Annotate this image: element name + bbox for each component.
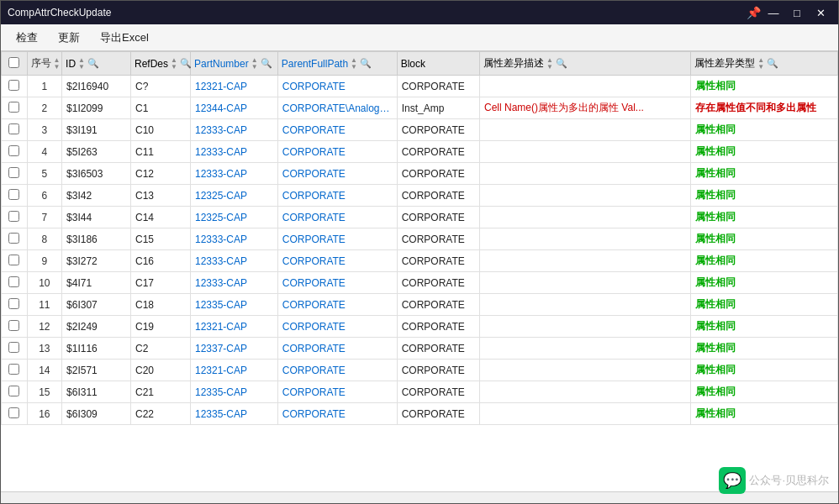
row-block-3: CORPORATE: [397, 141, 479, 163]
row-refdes-12: C2: [130, 338, 190, 360]
minimize-button[interactable]: —: [762, 4, 784, 21]
row-block-6: CORPORATE: [397, 207, 479, 228]
row-attrtype-10: 属性相同: [691, 294, 838, 316]
row-partnum-12: 12337-CAP: [190, 338, 277, 360]
title-bar-left: CompAttrCheckUpdate: [8, 7, 111, 18]
row-attrtype-13: 属性相同: [691, 360, 838, 381]
row-check-5[interactable]: [2, 185, 28, 207]
row-id-12: $1I116: [62, 338, 131, 360]
close-button[interactable]: ✕: [810, 4, 831, 21]
row-check-14[interactable]: [2, 381, 28, 403]
menu-update[interactable]: 更新: [50, 27, 88, 49]
row-partnum-9: 12333-CAP: [190, 272, 277, 294]
table-row: 7 $3I44 C14 12325-CAP CORPORATE CORPORAT…: [2, 207, 838, 228]
row-seq-7: 8: [27, 228, 62, 250]
pin-icon[interactable]: 📌: [747, 6, 761, 19]
row-refdes-5: C13: [130, 185, 190, 207]
row-block-12: CORPORATE: [397, 338, 479, 360]
row-partnum-6: 12325-CAP: [190, 207, 277, 228]
row-id-2: $3I191: [62, 119, 131, 141]
sort-icon-attrdiff[interactable]: ▲▼: [546, 57, 553, 71]
col-header-attrtype: 属性差异类型 ▲▼ 🔍: [691, 52, 838, 76]
row-refdes-11: C19: [130, 316, 190, 338]
search-icon-parentfull[interactable]: 🔍: [360, 58, 372, 69]
row-refdes-0: C?: [130, 76, 190, 97]
row-check-3[interactable]: [2, 141, 28, 163]
row-parentfull-3: CORPORATE: [277, 141, 397, 163]
row-seq-13: 14: [27, 360, 62, 381]
window-title: CompAttrCheckUpdate: [8, 7, 111, 18]
row-check-0[interactable]: [2, 76, 28, 97]
row-id-13: $2I571: [62, 360, 131, 381]
row-refdes-6: C14: [130, 207, 190, 228]
table-wrapper[interactable]: 序号 ▲▼ ID ▲▼ 🔍: [1, 51, 838, 491]
row-check-7[interactable]: [2, 228, 28, 250]
row-seq-3: 4: [27, 141, 62, 163]
horizontal-scrollbar[interactable]: [1, 491, 838, 503]
col-header-seq: 序号 ▲▼: [27, 52, 62, 76]
row-check-6[interactable]: [2, 207, 28, 228]
row-attrtype-15: 属性相同: [691, 403, 838, 425]
table-row: 1 $2I16940 C? 12321-CAP CORPORATE CORPOR…: [2, 76, 838, 97]
row-block-1: Inst_Amp: [397, 97, 479, 119]
row-partnum-4: 12333-CAP: [190, 163, 277, 185]
menu-check[interactable]: 检查: [8, 27, 46, 49]
select-all-checkbox[interactable]: [8, 57, 19, 68]
table-row: 5 $3I6503 C12 12333-CAP CORPORATE CORPOR…: [2, 163, 838, 185]
row-check-8[interactable]: [2, 250, 28, 272]
sort-icon-refdes[interactable]: ▲▼: [171, 57, 177, 71]
title-bar: CompAttrCheckUpdate 📌 — □ ✕: [1, 1, 838, 24]
row-id-14: $6I311: [62, 381, 131, 403]
row-refdes-4: C12: [130, 163, 190, 185]
row-seq-12: 13: [27, 338, 62, 360]
row-block-0: CORPORATE: [397, 76, 479, 97]
row-seq-6: 7: [27, 207, 62, 228]
row-id-4: $3I6503: [62, 163, 131, 185]
table-row: 14 $2I571 C20 12321-CAP CORPORATE CORPOR…: [2, 360, 838, 381]
row-check-4[interactable]: [2, 163, 28, 185]
row-attrdiff-1: Cell Name()属性为多出的属性 Val...: [480, 97, 691, 119]
row-check-10[interactable]: [2, 294, 28, 316]
row-seq-14: 15: [27, 381, 62, 403]
menu-export-excel[interactable]: 导出Excel: [92, 27, 157, 49]
sort-icon-attrtype[interactable]: ▲▼: [757, 57, 764, 71]
row-refdes-2: C10: [130, 119, 190, 141]
table-row: 10 $4I71 C17 12333-CAP CORPORATE CORPORA…: [2, 272, 838, 294]
row-check-9[interactable]: [2, 272, 28, 294]
row-partnum-1: 12344-CAP: [190, 97, 277, 119]
row-check-1[interactable]: [2, 97, 28, 119]
col-header-refdes: RefDes ▲▼ 🔍: [130, 52, 190, 76]
sort-icon-seq[interactable]: ▲▼: [54, 57, 61, 71]
sort-icon-partnum[interactable]: ▲▼: [251, 57, 258, 71]
sort-icon-parentfull[interactable]: ▲▼: [351, 57, 357, 71]
search-icon-partnum[interactable]: 🔍: [261, 58, 272, 69]
row-block-2: CORPORATE: [397, 119, 479, 141]
table-container: 序号 ▲▼ ID ▲▼ 🔍: [1, 51, 838, 503]
row-attrdiff-14: [480, 381, 691, 403]
row-attrtype-3: 属性相同: [691, 141, 838, 163]
row-seq-4: 5: [27, 163, 62, 185]
row-attrdiff-7: [480, 228, 691, 250]
row-partnum-15: 12335-CAP: [190, 403, 277, 425]
search-icon-attrtype[interactable]: 🔍: [767, 58, 778, 69]
row-partnum-0: 12321-CAP: [190, 76, 277, 97]
row-id-11: $2I249: [62, 316, 131, 338]
row-block-14: CORPORATE: [397, 381, 479, 403]
row-check-2[interactable]: [2, 119, 28, 141]
row-check-13[interactable]: [2, 360, 28, 381]
row-id-1: $1I2099: [62, 97, 131, 119]
row-block-13: CORPORATE: [397, 360, 479, 381]
table-row: 6 $3I42 C13 12325-CAP CORPORATE CORPORAT…: [2, 185, 838, 207]
maximize-button[interactable]: □: [786, 4, 808, 21]
row-attrtype-4: 属性相同: [691, 163, 838, 185]
row-seq-10: 11: [27, 294, 62, 316]
sort-icon-id[interactable]: ▲▼: [78, 57, 85, 71]
row-partnum-2: 12333-CAP: [190, 119, 277, 141]
search-icon-id[interactable]: 🔍: [87, 58, 99, 69]
row-check-15[interactable]: [2, 403, 28, 425]
row-attrtype-8: 属性相同: [691, 250, 838, 272]
row-check-11[interactable]: [2, 316, 28, 338]
search-icon-attrdiff[interactable]: 🔍: [556, 58, 567, 69]
row-check-12[interactable]: [2, 338, 28, 360]
row-seq-9: 10: [27, 272, 62, 294]
